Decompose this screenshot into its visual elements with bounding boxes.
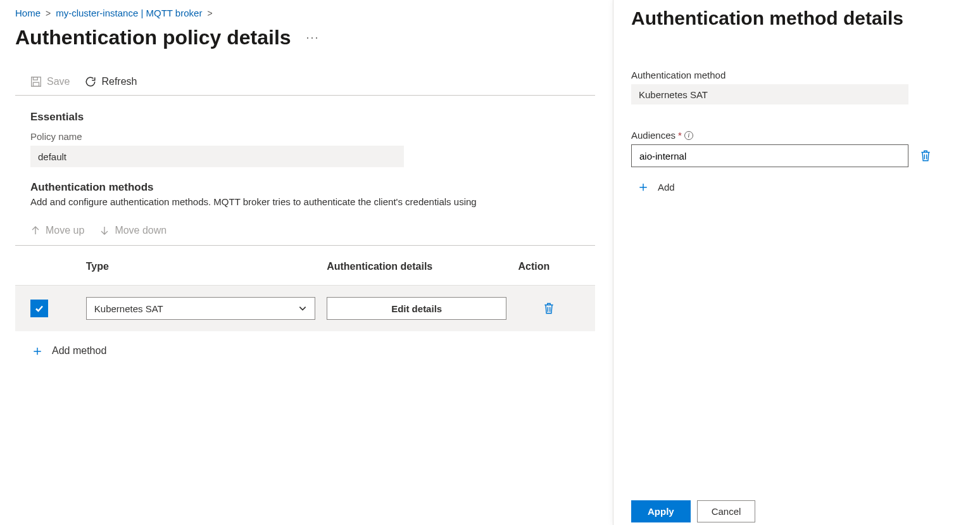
breadcrumb-home[interactable]: Home [15, 8, 41, 18]
table-header: Type Authentication details Action [15, 261, 595, 285]
row-checkbox[interactable] [30, 300, 48, 317]
audiences-label: Audiences * i [631, 130, 955, 141]
add-method-button[interactable]: ＋ Add method [30, 341, 106, 360]
refresh-label: Refresh [101, 76, 137, 87]
required-indicator: * [678, 130, 682, 141]
refresh-button[interactable]: Refresh [85, 76, 137, 87]
move-down-button: Move down [99, 225, 166, 236]
move-up-button: Move up [30, 225, 84, 236]
audience-input[interactable] [631, 144, 908, 167]
move-down-label: Move down [115, 225, 166, 236]
arrow-up-icon [30, 225, 41, 236]
svg-rect-1 [34, 77, 38, 80]
breadcrumb: Home > my-cluster-instance | MQTT broker… [15, 8, 595, 18]
add-audience-button[interactable]: ＋ Add [636, 177, 675, 196]
policy-name-label: Policy name [30, 131, 580, 142]
col-type-header: Type [86, 261, 327, 272]
add-method-label: Add method [52, 345, 106, 357]
page-title: Authentication policy details [15, 26, 291, 49]
chevron-down-icon [298, 304, 307, 313]
method-label: Authentication method [631, 70, 955, 80]
details-panel: Authentication method details Authentica… [613, 0, 980, 525]
more-actions-button[interactable]: ··· [306, 31, 320, 44]
panel-title: Authentication method details [631, 8, 955, 29]
auth-type-value: Kubernetes SAT [94, 303, 163, 314]
add-audience-label: Add [658, 182, 675, 193]
refresh-icon [85, 76, 96, 87]
trash-icon [920, 149, 931, 162]
edit-details-button[interactable]: Edit details [327, 297, 506, 320]
save-label: Save [47, 76, 70, 87]
plus-icon: ＋ [30, 341, 44, 360]
move-up-label: Move up [46, 225, 84, 236]
col-action-header: Action [518, 261, 580, 272]
save-button: Save [30, 76, 70, 87]
svg-rect-2 [34, 82, 39, 86]
table-row: Kubernetes SAT Edit details [15, 285, 595, 331]
auth-methods-heading: Authentication methods [30, 181, 580, 194]
cancel-button[interactable]: Cancel [697, 500, 756, 522]
delete-row-button[interactable] [518, 302, 580, 315]
col-details-header: Authentication details [327, 261, 518, 272]
info-icon[interactable]: i [684, 131, 693, 140]
auth-type-dropdown[interactable]: Kubernetes SAT [86, 297, 315, 320]
delete-audience-button[interactable] [920, 149, 931, 162]
arrow-down-icon [99, 225, 110, 236]
apply-button[interactable]: Apply [631, 500, 691, 522]
trash-icon [543, 302, 555, 315]
essentials-heading: Essentials [30, 111, 580, 123]
policy-name-field: default [30, 146, 404, 167]
method-value-field: Kubernetes SAT [631, 84, 908, 104]
plus-icon: ＋ [636, 177, 650, 196]
check-icon [34, 303, 44, 313]
breadcrumb-cluster[interactable]: my-cluster-instance | MQTT broker [56, 8, 202, 18]
chevron-right-icon: > [46, 8, 51, 18]
auth-methods-description: Add and configure authentication methods… [30, 196, 580, 207]
chevron-right-icon: > [207, 8, 212, 18]
save-icon [30, 76, 42, 87]
